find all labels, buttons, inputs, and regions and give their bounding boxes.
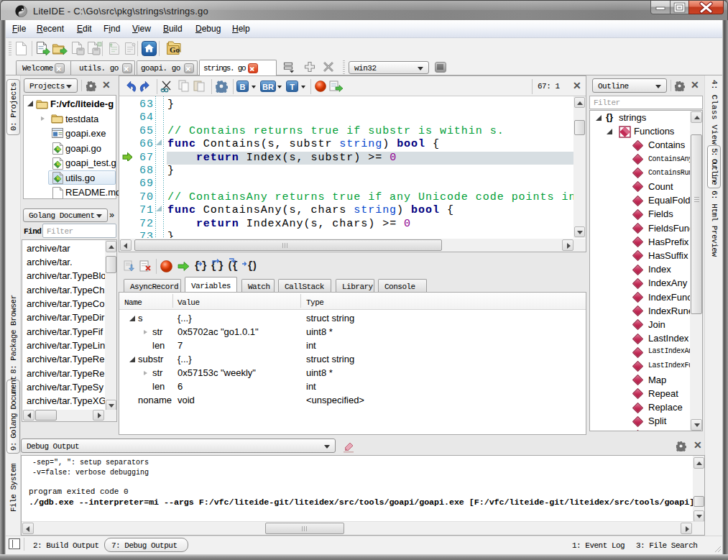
svg-text:Go: Go xyxy=(170,45,180,54)
